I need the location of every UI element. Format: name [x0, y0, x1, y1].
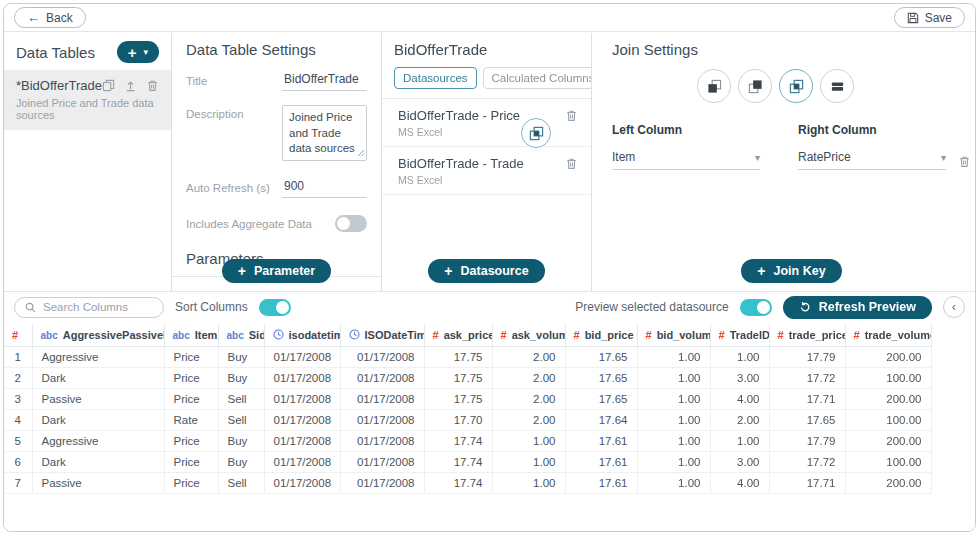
table-cell: 17.79 [769, 430, 845, 451]
toggle-knob [757, 301, 770, 314]
table-cell: 2.00 [492, 388, 565, 409]
table-cell: 200.00 [845, 430, 931, 451]
data-table-description: Joined Price and Trade data sources [16, 97, 159, 121]
column-header-bid_volume[interactable]: #bid_volume [637, 324, 710, 346]
aggregate-data-toggle[interactable] [335, 215, 367, 232]
table-cell: 1.00 [710, 346, 769, 367]
column-header-AggressivePassiveDark[interactable]: abcAggressivePassiveDark [32, 324, 164, 346]
data-table-list-item[interactable]: *BidOfferTrade Joined Price and Trade [4, 70, 171, 130]
auto-refresh-field[interactable] [282, 179, 367, 198]
table-cell: Passive [32, 472, 164, 493]
search-icon [25, 302, 36, 313]
chevron-down-icon: ▾ [941, 152, 946, 163]
table-cell: 01/17/2008 [340, 367, 424, 388]
join-settings-title: Join Settings [612, 41, 971, 58]
datasource-item-trade[interactable]: BidOfferTrade - Trade MS Excel [382, 147, 591, 195]
right-join-icon[interactable] [738, 69, 772, 103]
table-row: 1AggressivePriceBuy01/17/200801/17/20081… [4, 346, 931, 367]
column-header-ask_volume[interactable]: #ask_volume [492, 324, 565, 346]
tab-calculated-columns[interactable]: Calculated Columns [483, 67, 604, 89]
upload-icon[interactable] [124, 79, 137, 92]
table-cell: 17.75 [424, 367, 492, 388]
datasource-name: BidOfferTrade - Price [398, 108, 575, 123]
settings-title: Data Table Settings [186, 41, 367, 58]
sort-columns-toggle[interactable] [259, 299, 291, 316]
table-cell: 01/17/2008 [340, 430, 424, 451]
table-cell: Price [164, 346, 218, 367]
row-number-cell: 5 [4, 430, 32, 451]
table-cell: 17.61 [565, 430, 637, 451]
refresh-preview-button[interactable]: Refresh Preview [783, 296, 932, 319]
tab-datasources[interactable]: Datasources [394, 67, 477, 89]
add-parameter-label: Parameter [254, 264, 315, 278]
duplicate-icon[interactable] [102, 79, 115, 92]
table-cell: Dark [32, 409, 164, 430]
column-header-Side[interactable]: abcSide [218, 324, 264, 346]
datasource-item-price[interactable]: BidOfferTrade - Price MS Excel [382, 99, 591, 147]
row-number-icon: # [12, 329, 18, 341]
search-columns-box [14, 297, 164, 318]
title-field-label: Title [186, 72, 282, 91]
save-button[interactable]: Save [894, 7, 965, 28]
table-cell: 01/17/2008 [264, 430, 340, 451]
table-cell: Price [164, 451, 218, 472]
join-settings-panel: Join Settings [591, 33, 976, 291]
delete-icon[interactable] [565, 109, 578, 122]
chevron-down-icon: ▾ [143, 48, 148, 57]
table-cell: 1.00 [710, 430, 769, 451]
column-header-trade_price[interactable]: #trade_price [769, 324, 845, 346]
add-datasource-button[interactable]: + Datasource [428, 259, 544, 283]
back-button[interactable]: ← Back [14, 7, 86, 28]
left-join-icon[interactable] [697, 69, 731, 103]
left-column-select[interactable]: Item ▾ [612, 150, 760, 170]
refresh-preview-label: Refresh Preview [819, 300, 916, 314]
search-columns-input[interactable] [43, 301, 153, 313]
column-header-row-number[interactable]: # [4, 324, 32, 346]
plus-icon: + [238, 264, 246, 278]
delete-join-key-icon[interactable] [958, 155, 971, 168]
table-cell: 2.00 [492, 367, 565, 388]
left-column-label: Left Column [612, 123, 760, 137]
back-button-label: Back [46, 11, 73, 25]
add-parameter-button[interactable]: + Parameter [222, 259, 331, 283]
table-cell: 1.00 [637, 346, 710, 367]
column-header-isodatetime[interactable]: isodatetime [264, 324, 340, 346]
table-cell: 1.00 [637, 472, 710, 493]
time-type-icon [349, 329, 360, 341]
table-cell: Dark [32, 367, 164, 388]
table-cell: Rate [164, 409, 218, 430]
toggle-knob [337, 217, 350, 230]
table-cell: 01/17/2008 [340, 472, 424, 493]
time-type-icon [273, 329, 284, 341]
column-header-bid_price[interactable]: #bid_price [565, 324, 637, 346]
table-cell: 17.79 [769, 346, 845, 367]
right-column-select[interactable]: RatePrice ▾ [798, 150, 946, 170]
table-cell: 3.00 [710, 451, 769, 472]
join-settings-icon[interactable] [521, 118, 551, 148]
preview-datasource-toggle[interactable] [740, 299, 772, 316]
table-cell: 17.61 [565, 451, 637, 472]
collapse-preview-button[interactable]: ‹ [943, 296, 965, 318]
table-cell: 01/17/2008 [264, 346, 340, 367]
column-header-Item[interactable]: abcItem [164, 324, 218, 346]
inner-join-icon[interactable] [779, 69, 813, 103]
table-cell: 01/17/2008 [264, 409, 340, 430]
add-data-table-button[interactable]: + ▾ [117, 41, 159, 63]
title-field[interactable] [282, 72, 367, 91]
add-join-key-button[interactable]: + Join Key [741, 259, 841, 283]
column-header-TradeID[interactable]: #TradeID [710, 324, 769, 346]
table-cell: Sell [218, 409, 264, 430]
table-row: 4DarkRateSell01/17/200801/17/200817.702.… [4, 409, 931, 430]
delete-icon[interactable] [146, 79, 159, 92]
add-datasource-label: Datasource [461, 264, 529, 278]
union-join-icon[interactable] [820, 69, 854, 103]
column-header-trade_volume[interactable]: #trade_volume [845, 324, 931, 346]
delete-icon[interactable] [565, 157, 578, 170]
table-cell: Buy [218, 451, 264, 472]
column-header-ISODateTime[interactable]: ISODateTime [340, 324, 424, 346]
table-cell: 1.00 [492, 472, 565, 493]
table-cell: Buy [218, 367, 264, 388]
column-header-ask_price[interactable]: #ask_price [424, 324, 492, 346]
description-field[interactable]: Joined Price and Trade data sources [282, 105, 367, 161]
table-cell: 1.00 [637, 451, 710, 472]
